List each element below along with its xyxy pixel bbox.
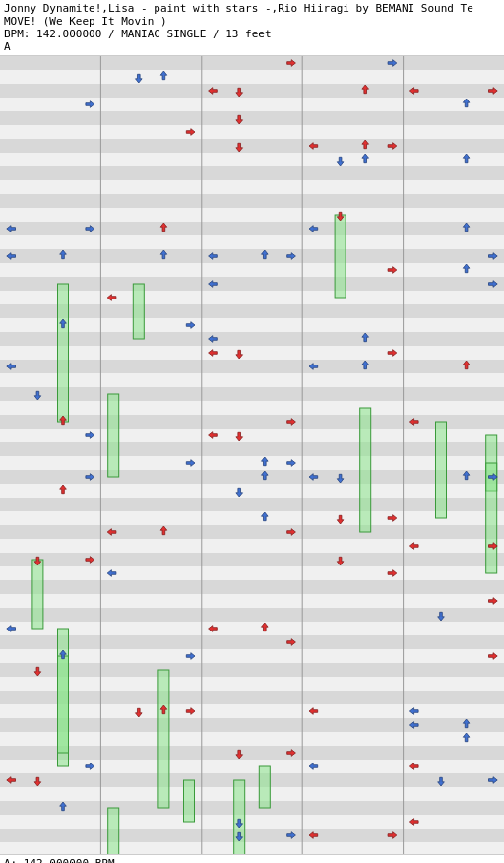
bpm-line: BPM: 142.000000 / MANIAC SINGLE / 13 fee… [4, 28, 500, 40]
bpm-note: A: 142.000000 BPM [4, 857, 500, 863]
left-label: A [4, 40, 500, 53]
title-bar: Jonny Dynamite!,Lisa - paint with stars … [4, 2, 500, 15]
chart-canvas [0, 56, 504, 854]
subtitle: MOVE! (We Keep It Movin') [4, 15, 500, 28]
footer: A: 142.000000 BPM 411 steps, 29 freeze a… [0, 854, 504, 863]
header: Jonny Dynamite!,Lisa - paint with stars … [0, 0, 504, 56]
